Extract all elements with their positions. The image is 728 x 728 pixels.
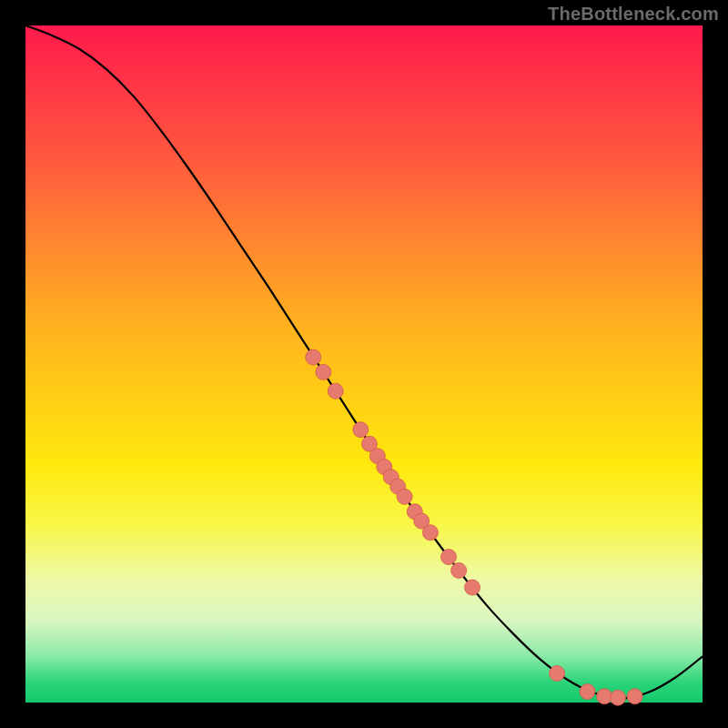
curve-marker	[422, 525, 438, 541]
chart-frame: TheBottleneck.com	[0, 0, 728, 728]
curve-marker	[580, 684, 595, 700]
watermark-text: TheBottleneck.com	[548, 4, 719, 25]
curve-marker	[627, 689, 642, 704]
curve-marker	[550, 666, 565, 682]
curve-marker	[597, 689, 612, 704]
curve-marker	[353, 422, 369, 438]
curve-marker	[451, 562, 467, 578]
curve-marker	[397, 489, 412, 504]
curve-marker	[328, 383, 343, 399]
curve-marker	[465, 580, 480, 595]
curve-marker	[611, 690, 626, 705]
bottleneck-curve	[25, 25, 703, 699]
curve-markers	[306, 349, 642, 705]
curve-marker	[306, 349, 321, 365]
curve-marker	[316, 364, 331, 379]
chart-overlay	[25, 25, 703, 703]
curve-marker	[441, 550, 457, 565]
